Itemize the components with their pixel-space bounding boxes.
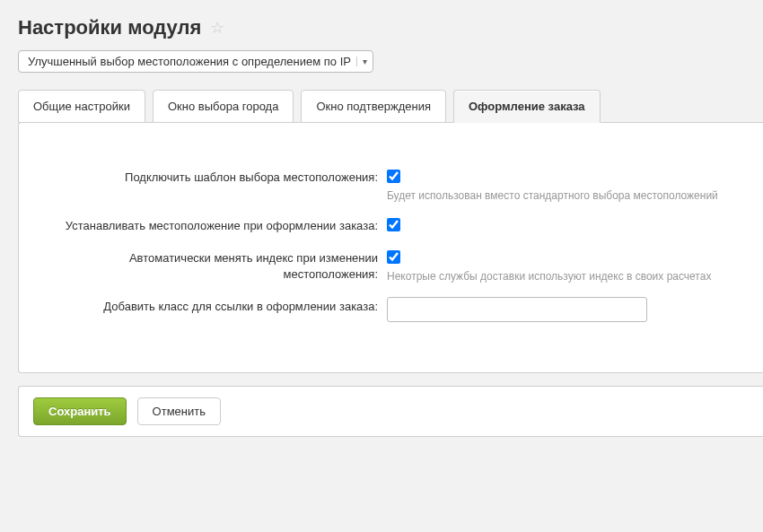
module-select-value: Улучшенный выбор местоположения с опреде… — [28, 55, 351, 68]
link-class-input[interactable] — [387, 297, 647, 322]
set-on-checkout-checkbox[interactable] — [387, 218, 400, 231]
auto-index-label: Автоматически менять индекс при изменени… — [37, 249, 387, 282]
enable-template-help: Будет использован вместо стандартного вы… — [387, 189, 745, 202]
auto-index-help: Некотрые службы доставки используют инде… — [387, 270, 745, 283]
tab-checkout[interactable]: Оформление заказа — [453, 90, 601, 123]
cancel-button[interactable]: Отменить — [137, 397, 221, 425]
link-class-label: Добавить класс для ссылки в оформлении з… — [37, 297, 387, 315]
favorite-star-icon[interactable]: ☆ — [210, 18, 224, 38]
tab-city-window[interactable]: Окно выбора города — [153, 90, 294, 123]
page-title: Настройки модуля — [18, 16, 201, 39]
actions-bar: Сохранить Отменить — [18, 386, 763, 437]
module-select[interactable]: Улучшенный выбор местоположения с опреде… — [18, 50, 373, 73]
save-button[interactable]: Сохранить — [33, 397, 127, 425]
chevron-down-icon: ▾ — [356, 57, 367, 66]
enable-template-label: Подключить шаблон выбора местоположения: — [37, 168, 387, 186]
enable-template-checkbox[interactable] — [387, 170, 400, 183]
tab-confirm-window[interactable]: Окно подтверждения — [301, 90, 446, 123]
settings-panel: Подключить шаблон выбора местоположения:… — [18, 122, 763, 373]
tabs-bar: Общие настройки Окно выбора города Окно … — [0, 89, 763, 122]
auto-index-checkbox[interactable] — [387, 250, 400, 264]
tab-general[interactable]: Общие настройки — [18, 90, 145, 123]
set-on-checkout-label: Устанавливать местоположение при оформле… — [37, 216, 387, 234]
